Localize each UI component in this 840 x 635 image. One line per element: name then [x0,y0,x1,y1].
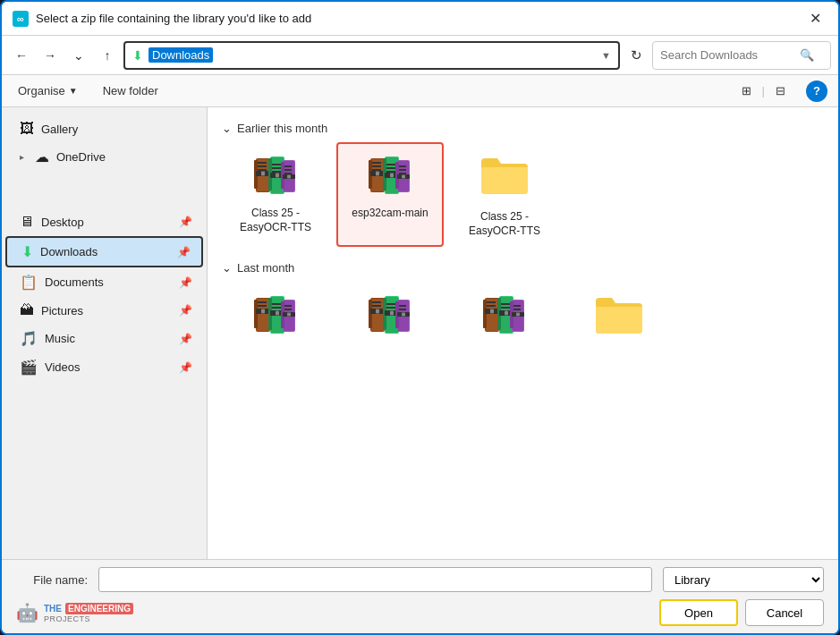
svg-rect-4 [258,165,267,167]
title-bar-left: ∞ Select a zip file containing the libra… [13,11,311,27]
close-button[interactable]: ✕ [802,6,827,31]
help-button[interactable]: ? [806,80,827,102]
svg-rect-103 [486,299,498,331]
pictures-icon: 🏔 [20,302,34,318]
file-name-label: File name: [16,573,88,587]
app-icon: ∞ [13,11,29,27]
file-item-7[interactable] [565,282,673,359]
svg-rect-40 [386,167,395,169]
view-separator: | [762,84,765,97]
sidebar-item-gallery[interactable]: 🖼 Gallery [5,115,203,142]
svg-rect-50 [399,173,406,174]
file-item-5[interactable] [336,282,444,359]
file-item-2[interactable]: esp32cam-main [336,142,444,247]
svg-rect-93 [390,311,394,315]
watermark-text-block: THE ENGINEERING PROJECTS [44,603,133,623]
svg-rect-81 [372,301,381,303]
watermark-brand-highlight: ENGINEERING [65,603,133,614]
svg-rect-106 [487,305,496,307]
file-type-select[interactable]: Library [663,567,824,592]
svg-rect-121 [513,305,521,307]
watermark: 🤖 THE ENGINEERING PROJECTS [16,602,133,623]
watermark-the: THE [44,604,62,614]
sidebar-item-videos[interactable]: 🎬 Videos 📌 [5,353,203,381]
sidebar-item-documents[interactable]: 📋 Documents 📌 [5,268,203,296]
forward-button[interactable]: → [38,43,63,68]
section-header-earlier[interactable]: ⌄ Earlier this month [222,122,824,135]
sidebar-item-downloads[interactable]: ⬇ Downloads 📌 [5,236,203,267]
recent-locations-button[interactable]: ⌄ [66,43,91,68]
svg-rect-5 [258,169,267,171]
svg-rect-57 [258,301,267,303]
svg-rect-98 [399,309,406,310]
file-name-3: Class 25 - EasyOCR-TTS [460,210,549,238]
svg-rect-85 [376,309,379,313]
dialog-title: Select a zip file containing the library… [36,12,311,25]
videos-pin-icon: 📌 [179,361,192,374]
file-name-row: File name: Library [16,567,824,592]
file-name-input[interactable] [98,567,652,592]
address-download-icon: ⬇ [132,48,143,63]
svg-rect-30 [372,162,381,164]
sidebar-label-onedrive: OneDrive [56,150,192,164]
section-label-lastmonth: Last month [237,261,294,275]
address-bar[interactable]: ⬇ Downloads ▼ [123,41,620,70]
gallery-icon: 🖼 [20,121,34,137]
downloads-pin-icon: 📌 [177,246,191,258]
title-bar: ∞ Select a zip file containing the libra… [2,2,838,36]
svg-rect-21 [284,165,292,167]
file-item-4[interactable] [222,282,329,359]
view-buttons: ⊞ | ⊟ [735,80,792,103]
onedrive-expand-icon: ▸ [20,152,24,162]
svg-rect-125 [516,313,520,316]
sidebar-label-documents: Documents [45,275,172,289]
section-header-lastmonth[interactable]: ⌄ Last month [222,261,824,275]
svg-rect-90 [386,307,395,309]
sidebar-label-music: Music [45,332,172,345]
file-item-3[interactable]: Class 25 - EasyOCR-TTS [451,142,558,247]
organise-button[interactable]: Organise ▼ [13,82,83,99]
music-icon: 🎵 [20,330,38,347]
file-item-6[interactable] [451,282,558,359]
svg-rect-55 [257,299,269,331]
svg-rect-117 [505,311,508,315]
documents-icon: 📋 [20,274,38,291]
svg-rect-12 [272,164,281,165]
new-folder-label: New folder [103,84,158,97]
svg-rect-122 [513,309,521,310]
sidebar-item-music[interactable]: 🎵 Music 📌 [5,325,203,352]
svg-rect-14 [272,171,281,173]
svg-rect-82 [372,305,381,307]
svg-rect-69 [276,311,279,315]
desktop-pin-icon: 📌 [179,216,192,228]
svg-rect-77 [287,313,291,316]
view-pane-button[interactable]: ⊟ [768,80,792,103]
search-bar: 🔍 [652,41,831,70]
svg-rect-58 [258,305,267,307]
open-button[interactable]: Open [659,599,738,626]
refresh-button[interactable]: ↻ [624,43,649,68]
files-grid-earlier: Class 25 - EasyOCR-TTS [222,142,824,247]
sidebar-item-onedrive[interactable]: ▸ ☁ OneDrive [5,143,203,171]
svg-rect-97 [399,305,406,307]
up-button[interactable]: ↑ [95,43,120,68]
svg-rect-49 [399,169,406,171]
svg-rect-3 [258,162,267,164]
sidebar-item-desktop[interactable]: 🖥 Desktop 📌 [5,208,203,235]
sidebar-label-gallery: Gallery [41,123,192,136]
search-input[interactable] [660,48,794,62]
action-row: 🤖 THE ENGINEERING PROJECTS Open Cancel [16,599,824,626]
back-button[interactable]: ← [9,43,34,68]
svg-rect-48 [399,165,406,167]
new-folder-button[interactable]: New folder [98,82,164,99]
view-grid-button[interactable]: ⊞ [735,80,759,103]
sidebar: 🖼 Gallery ▸ ☁ OneDrive 🖥 Desktop 📌 ⬇ Dow… [2,107,208,559]
sidebar-item-pictures[interactable]: 🏔 Pictures 📌 [5,297,203,324]
svg-rect-66 [272,307,281,309]
svg-rect-22 [284,169,292,171]
section-arrow-lastmonth: ⌄ [222,261,232,275]
svg-rect-41 [386,171,395,173]
cancel-button[interactable]: Cancel [745,599,824,626]
file-item-1[interactable]: Class 25 - EasyOCR-TTS [222,142,329,247]
svg-rect-79 [371,299,384,331]
